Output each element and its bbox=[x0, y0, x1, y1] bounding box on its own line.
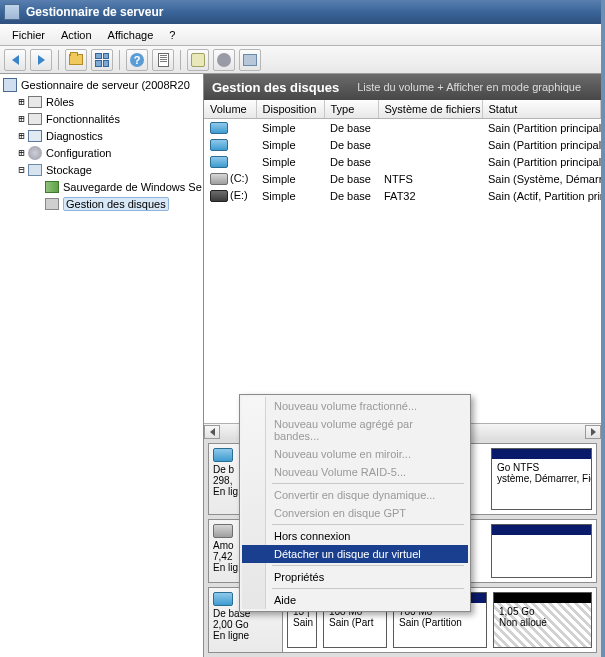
disk2-p2-l2: Sain (Partition bbox=[399, 617, 481, 628]
tree-features-label: Fonctionnalités bbox=[46, 113, 120, 125]
backup-icon bbox=[45, 181, 59, 193]
ctx-new-striped: Nouveau volume agrégé par bandes... bbox=[242, 415, 468, 445]
menu-view[interactable]: Affichage bbox=[100, 27, 162, 43]
col-fs[interactable]: Système de fichiers bbox=[378, 100, 482, 119]
tree-configuration[interactable]: ⊞ Configuration bbox=[0, 144, 203, 161]
disk0-partition-c[interactable]: Go NTFS ystème, Démarrer, Fichier d'é bbox=[491, 448, 592, 510]
tree-configuration-label: Configuration bbox=[46, 147, 111, 159]
disk2-p3-l1: 1,05 Go bbox=[499, 606, 586, 617]
collapse-icon[interactable]: ⊟ bbox=[16, 165, 27, 175]
ctx-new-raid5: Nouveau Volume RAID-5... bbox=[242, 463, 468, 481]
help-button[interactable]: ? bbox=[126, 49, 148, 71]
volume-icon bbox=[210, 173, 228, 185]
scroll-right-button[interactable] bbox=[585, 425, 601, 439]
ctx-properties[interactable]: Propriétés bbox=[242, 568, 468, 586]
col-disposition[interactable]: Disposition bbox=[256, 100, 324, 119]
cell-fs bbox=[378, 119, 482, 137]
tree-root[interactable]: Gestionnaire de serveur (2008R20 bbox=[0, 76, 203, 93]
arrow-left-icon bbox=[12, 55, 19, 65]
cell-fs bbox=[378, 153, 482, 170]
cell-disposition: Simple bbox=[256, 136, 324, 153]
cell-type: De base bbox=[324, 187, 378, 204]
toolbar: ? bbox=[0, 46, 601, 74]
cell-type: De base bbox=[324, 153, 378, 170]
triangle-left-icon bbox=[210, 428, 215, 436]
refresh-button[interactable] bbox=[187, 49, 209, 71]
cell-status: Sain (Partition principale) bbox=[482, 136, 601, 153]
ctx-new-spanned: Nouveau volume fractionné... bbox=[242, 397, 468, 415]
view-grid-button[interactable] bbox=[91, 49, 113, 71]
context-menu[interactable]: Nouveau volume fractionné... Nouveau vol… bbox=[239, 394, 471, 612]
disk2-part-3[interactable]: 1,05 Go Non alloué bbox=[493, 592, 592, 648]
roles-icon bbox=[28, 96, 42, 108]
folder-icon bbox=[69, 54, 83, 65]
volume-icon bbox=[210, 156, 228, 168]
tree-diskmgmt[interactable]: Gestion des disques bbox=[0, 195, 203, 212]
col-volume[interactable]: Volume bbox=[204, 100, 256, 119]
title-bar: Gestionnaire de serveur bbox=[0, 0, 601, 24]
cell-type: De base bbox=[324, 119, 378, 137]
disk1-partition-e[interactable] bbox=[491, 524, 592, 578]
partition-bar bbox=[492, 449, 591, 459]
rp-subtitle: Liste du volume + Afficher en mode graph… bbox=[357, 81, 581, 93]
toolbar-separator bbox=[58, 50, 59, 70]
tree-pane[interactable]: Gestionnaire de serveur (2008R20 ⊞ Rôles… bbox=[0, 74, 204, 657]
tree-storage-label: Stockage bbox=[46, 164, 92, 176]
settings-button[interactable] bbox=[213, 49, 235, 71]
menu-help[interactable]: ? bbox=[161, 27, 183, 43]
tree-backup-label: Sauvegarde de Windows Se bbox=[63, 181, 202, 193]
table-row[interactable]: (E:)SimpleDe baseFAT32Sain (Actif, Parti… bbox=[204, 187, 601, 204]
cell-status: Sain (Partition principale) bbox=[482, 119, 601, 137]
table-row[interactable]: SimpleDe baseSain (Partition principale) bbox=[204, 153, 601, 170]
partition-bar bbox=[494, 593, 591, 603]
toolbar-separator bbox=[119, 50, 120, 70]
volume-table: Volume Disposition Type Système de fichi… bbox=[204, 100, 601, 204]
back-button[interactable] bbox=[4, 49, 26, 71]
triangle-right-icon bbox=[591, 428, 596, 436]
cell-status: Sain (Actif, Partition princip bbox=[482, 187, 601, 204]
disk-view-button[interactable] bbox=[239, 49, 261, 71]
tree-features[interactable]: ⊞ Fonctionnalités bbox=[0, 110, 203, 127]
cell-type: De base bbox=[324, 136, 378, 153]
scroll-left-button[interactable] bbox=[204, 425, 220, 439]
cell-type: De base bbox=[324, 170, 378, 187]
table-row[interactable]: (C:)SimpleDe baseNTFSSain (Système, Déma… bbox=[204, 170, 601, 187]
question-icon: ? bbox=[130, 53, 144, 67]
tree-roles-label: Rôles bbox=[46, 96, 74, 108]
table-row[interactable]: SimpleDe baseSain (Partition principale) bbox=[204, 136, 601, 153]
up-folder-button[interactable] bbox=[65, 49, 87, 71]
tree-storage[interactable]: ⊟ Stockage bbox=[0, 161, 203, 178]
disk-stack-icon bbox=[243, 54, 257, 66]
cell-fs bbox=[378, 136, 482, 153]
disk-icon bbox=[213, 448, 233, 462]
disk2-online: En ligne bbox=[213, 630, 278, 641]
tree-diagnostics[interactable]: ⊞ Diagnostics bbox=[0, 127, 203, 144]
menu-file[interactable]: Fichier bbox=[4, 27, 53, 43]
tree-backup[interactable]: Sauvegarde de Windows Se bbox=[0, 178, 203, 195]
features-icon bbox=[28, 113, 42, 125]
menu-action[interactable]: Action bbox=[53, 27, 100, 43]
table-row[interactable]: SimpleDe baseSain (Partition principale) bbox=[204, 119, 601, 137]
body: Gestionnaire de serveur (2008R20 ⊞ Rôles… bbox=[0, 74, 601, 657]
expand-icon[interactable]: ⊞ bbox=[16, 148, 27, 158]
expand-icon[interactable]: ⊞ bbox=[16, 97, 27, 107]
context-menu-separator bbox=[272, 565, 464, 566]
cell-status: Sain (Système, Démarrer, F bbox=[482, 170, 601, 187]
ctx-help[interactable]: Aide bbox=[242, 591, 468, 609]
col-type[interactable]: Type bbox=[324, 100, 378, 119]
col-status[interactable]: Statut bbox=[482, 100, 601, 119]
ctx-offline[interactable]: Hors connexion bbox=[242, 527, 468, 545]
disk0-p1-l1: Go NTFS bbox=[497, 462, 586, 473]
properties-button[interactable] bbox=[152, 49, 174, 71]
tree-roles[interactable]: ⊞ Rôles bbox=[0, 93, 203, 110]
gear-icon bbox=[217, 53, 231, 67]
expand-icon[interactable]: ⊞ bbox=[16, 114, 27, 124]
ctx-detach-vhd[interactable]: Détacher un disque dur virtuel bbox=[242, 545, 468, 563]
expand-icon[interactable]: ⊞ bbox=[16, 131, 27, 141]
window: Gestionnaire de serveur Fichier Action A… bbox=[0, 0, 605, 657]
context-menu-separator bbox=[272, 524, 464, 525]
cell-fs: NTFS bbox=[378, 170, 482, 187]
forward-button[interactable] bbox=[30, 49, 52, 71]
app-icon bbox=[4, 4, 20, 20]
arrow-right-icon bbox=[38, 55, 45, 65]
